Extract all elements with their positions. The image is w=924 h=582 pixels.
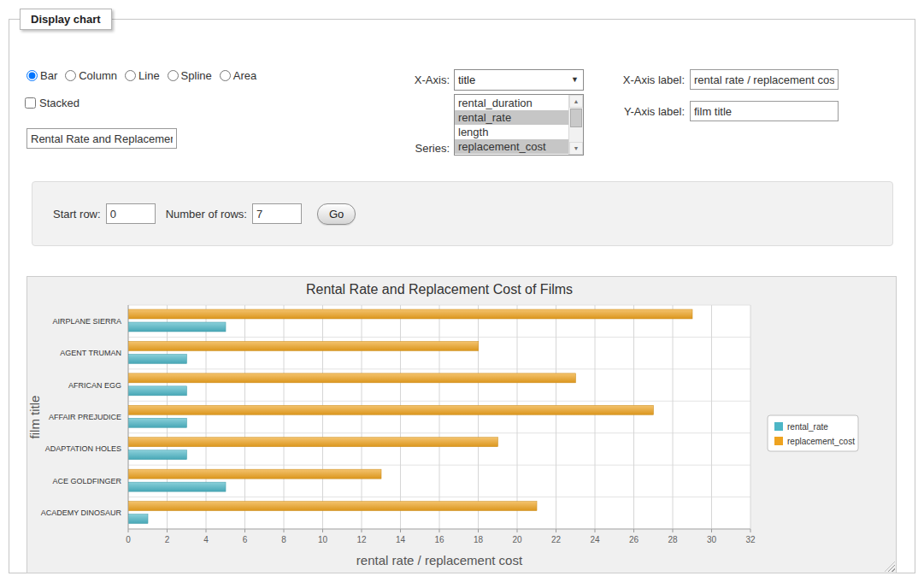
xaxis-select-label: X-Axis: [351,73,450,86]
legend-swatch-replacement_cost[interactable] [774,437,783,445]
xaxis-label-label: X-Axis label: [548,73,685,86]
x-tick-label: 6 [243,535,248,544]
bar-rental_rate[interactable] [129,514,149,524]
series-label: Series: [351,142,450,155]
x-tick-label: 18 [474,535,484,544]
x-tick-label: 0 [126,535,131,544]
chart-type-line-radio[interactable] [125,70,136,81]
bar-replacement_cost[interactable] [129,438,498,447]
num-rows-input[interactable] [252,203,302,224]
bar-replacement_cost[interactable] [129,373,576,383]
chart-type-bar[interactable]: Bar [26,69,57,82]
bar-chart: 02468101214161820222426283032AIRPLANE SI… [27,277,896,573]
x-tick-label: 20 [512,535,522,544]
category-label: AFFAIR PREJUDICE [49,413,121,421]
bar-rental_rate[interactable] [129,482,227,491]
chart-type-line[interactable]: Line [125,69,160,82]
num-rows-label: Number of rows: [166,208,247,220]
x-tick-label: 14 [396,535,406,544]
x-tick-label: 28 [668,535,678,544]
bar-rental_rate[interactable] [129,354,187,363]
x-tick-label: 4 [203,535,209,544]
chart-title: Rental Rate and Replacement Cost of Film… [306,282,573,297]
y-axis-title: film title [27,396,42,439]
bar-replacement_cost[interactable] [129,341,479,350]
row-range-panel: Start row: Number of rows: Go [32,181,893,246]
bar-rental_rate[interactable] [129,418,187,427]
bar-rental_rate[interactable] [129,386,187,396]
chart-type-spline-label: Spline [181,69,212,82]
category-label: ADAPTATION HOLES [45,444,121,453]
chart-type-radiogroup: Bar Column Line Spline Area [26,69,256,82]
x-tick-label: 32 [745,535,756,544]
chart-type-column-radio[interactable] [65,70,76,81]
x-tick-label: 24 [590,535,600,544]
series-option-replacement_cost[interactable]: replacement_cost [455,139,568,154]
xaxis-label-input[interactable] [690,69,839,90]
start-row-input[interactable] [106,203,156,224]
chart-type-column-label: Column [79,69,117,82]
chart-type-spline-radio[interactable] [168,70,179,81]
yaxis-label-label: Y-Axis label: [548,105,685,118]
bar-replacement_cost[interactable] [129,405,654,414]
chart-type-line-label: Line [138,69,160,82]
legend-label[interactable]: replacement_cost [787,437,855,446]
x-tick-label: 26 [629,535,639,544]
legend-swatch-rental_rate[interactable] [774,422,783,431]
chart-type-bar-radio[interactable] [26,70,38,81]
bar-rental_rate[interactable] [129,450,187,460]
bar-replacement_cost[interactable] [129,502,538,511]
bar-rental_rate[interactable] [129,322,227,332]
chart-container: 02468101214161820222426283032AIRPLANE SI… [26,276,897,573]
yaxis-label-input[interactable] [690,101,839,121]
scroll-down-icon[interactable]: ▼ [569,142,583,155]
category-label: AIRPLANE SIERRA [52,317,121,326]
x-tick-label: 16 [434,535,444,544]
stacked-checkbox[interactable] [25,97,36,109]
x-tick-label: 2 [165,535,170,544]
series-option-length[interactable]: length [455,125,568,139]
x-tick-label: 12 [356,535,367,544]
x-tick-label: 22 [551,535,562,544]
stacked-checkbox-row[interactable]: Stacked [25,97,79,109]
start-row-label: Start row: [53,208,101,220]
x-tick-label: 10 [318,535,328,544]
chart-type-area[interactable]: Area [220,69,256,82]
go-button[interactable]: Go [317,203,356,225]
bar-replacement_cost[interactable] [129,309,693,319]
x-axis-title: rental rate / replacement cost [356,553,523,567]
chart-type-spline[interactable]: Spline [168,69,212,82]
x-tick-label: 30 [707,535,717,544]
category-label: AGENT TRUMAN [60,349,121,357]
category-label: ACADEMY DINOSAUR [41,509,122,517]
legend-label[interactable]: rental_rate [787,422,828,432]
chart-type-area-radio[interactable] [220,70,231,81]
category-label: AFRICAN EGG [68,381,121,390]
display-chart-panel: Display chart Bar Column Line Spline Are… [9,9,915,573]
series-listbox[interactable]: rental_durationrental_ratelengthreplacem… [454,94,584,156]
chart-type-bar-label: Bar [40,69,57,82]
chart-title-input[interactable] [26,128,177,149]
x-tick-label: 8 [281,535,286,544]
chart-type-area-label: Area [233,69,256,82]
panel-title: Display chart [20,9,112,30]
bar-replacement_cost[interactable] [129,469,382,479]
category-label: ACE GOLDFINGER [52,477,121,485]
stacked-label: Stacked [39,97,79,109]
series-scrollbar[interactable]: ▲ ▼ [568,95,583,155]
chart-type-column[interactable]: Column [65,69,117,82]
